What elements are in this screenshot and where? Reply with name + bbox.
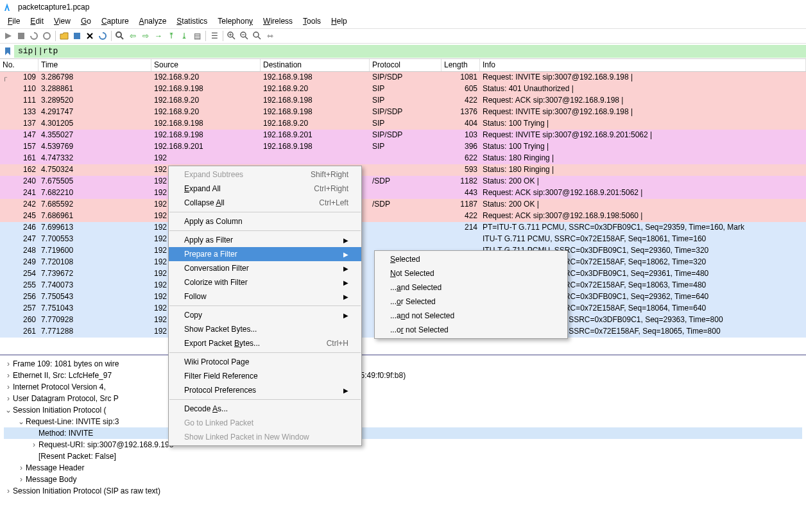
menu-analyze[interactable]: Analyze (134, 15, 172, 27)
menu-show-packet-bytes[interactable]: Show Packet Bytes... (169, 322, 361, 336)
table-row[interactable]: 2477.700553192ITU-T G.711 PCMU, SSRC=0x7… (0, 234, 806, 245)
table-row[interactable]: 2417.682210192443Request: ACK sip:3007@1… (0, 187, 806, 199)
menu-wiki-protocol[interactable]: Wiki Protocol Page (169, 355, 361, 369)
toolbar-open-icon[interactable] (58, 30, 70, 42)
menu-copy[interactable]: Copy▶ (169, 308, 361, 322)
menu-follow[interactable]: Follow▶ (169, 289, 361, 304)
table-row[interactable]: 2467.699613192214PT=ITU-T G.711 PCMU, SS… (0, 222, 806, 234)
submenu-not-selected[interactable]: Not Selected (375, 266, 567, 280)
detail-request-uri[interactable]: ›Request-URI: sip:3007@192.168.9.198 (4, 439, 802, 450)
expand-icon[interactable]: › (17, 462, 26, 474)
expand-icon[interactable]: › (4, 381, 13, 393)
menu-help[interactable]: Help (326, 15, 352, 27)
toolbar-jump-icon[interactable]: → (153, 30, 164, 42)
detail-frame[interactable]: ›Frame 109: 1081 bytes on wireits) (4, 358, 802, 370)
toolbar-prev-icon[interactable]: ⇦ (127, 30, 139, 42)
collapse-icon[interactable]: ⌄ (4, 404, 13, 416)
submenu-or-selected[interactable]: ...or Selected (375, 295, 567, 309)
menu-expand-subtrees[interactable]: Expand SubtreesShift+Right (169, 167, 361, 182)
menu-colorize-with-filter[interactable]: Colorize with Filter▶ (169, 275, 361, 289)
submenu-selected[interactable]: Selected (375, 252, 567, 266)
detail-message-header[interactable]: ›Message Header (4, 462, 802, 474)
toolbar-options-icon[interactable] (41, 30, 53, 42)
menu-filter-field-ref[interactable]: Filter Field Reference (169, 369, 361, 383)
submenu-and-selected[interactable]: ...and Selected (375, 280, 567, 295)
table-row[interactable]: 1474.355027192.168.9.198192.168.9.201SIP… (0, 130, 806, 141)
table-row[interactable]: 1113.289520192.168.9.20192.168.9.198SIP4… (0, 95, 806, 107)
prepare-filter-submenu[interactable]: Selected Not Selected ...and Selected ..… (374, 250, 568, 339)
column-protocol[interactable]: Protocol (370, 59, 442, 71)
table-row[interactable]: 1614.747332192622Status: 180 Ringing | (0, 153, 806, 164)
detail-request-line[interactable]: ⌄Request-Line: INVITE sip:3 (4, 416, 802, 427)
toolbar-zoomout-icon[interactable] (239, 30, 250, 42)
toolbar-first-icon[interactable]: ⤒ (166, 30, 177, 42)
column-no[interactable]: No. (0, 59, 39, 71)
toolbar-zoomin-icon[interactable] (226, 30, 237, 42)
toolbar-next-icon[interactable]: ⇨ (140, 30, 151, 42)
toolbar-zoom100-icon[interactable] (252, 30, 263, 42)
bookmark-icon[interactable] (1, 45, 14, 58)
toolbar-resize-icon[interactable]: ⇿ (264, 30, 276, 42)
table-row[interactable]: 1574.539769192.168.9.201192.168.9.198SIP… (0, 141, 806, 153)
menu-file[interactable]: File (3, 15, 25, 27)
expand-icon[interactable]: › (4, 370, 13, 381)
toolbar-stop-icon[interactable] (15, 30, 27, 42)
toolbar-last-icon[interactable]: ⤓ (178, 30, 190, 42)
expand-icon[interactable]: › (17, 474, 26, 485)
menu-expand-all[interactable]: Expand AllCtrl+Right (169, 182, 361, 196)
toolbar-close-icon[interactable] (84, 30, 96, 42)
toolbar-find-icon[interactable] (114, 30, 126, 42)
toolbar-save-icon[interactable] (71, 30, 83, 42)
detail-ip[interactable]: ›Internet Protocol Version 4, (4, 381, 802, 393)
detail-sip[interactable]: ⌄Session Initiation Protocol ( (4, 404, 802, 416)
expand-icon[interactable]: › (4, 358, 13, 370)
submenu-or-not-selected[interactable]: ...or not Selected (375, 323, 567, 337)
menu-show-linked[interactable]: Show Linked Packet in New Window (169, 430, 361, 444)
menu-go[interactable]: Go (76, 15, 96, 27)
menu-protocol-prefs[interactable]: Protocol Preferences▶ (169, 383, 361, 397)
toolbar-start-icon[interactable] (3, 30, 14, 42)
toolbar-reload-icon[interactable] (97, 30, 108, 42)
toolbar-autoscroll-icon[interactable]: ▤ (191, 30, 203, 42)
toolbar-restart-icon[interactable] (28, 30, 40, 42)
table-row[interactable]: 1103.288861192.168.9.198192.168.9.20SIP6… (0, 83, 806, 95)
display-filter-input[interactable] (14, 45, 806, 58)
menu-view[interactable]: View (49, 15, 76, 27)
table-row[interactable]: 1374.301205192.168.9.198192.168.9.20SIP4… (0, 118, 806, 130)
column-source[interactable]: Source (151, 59, 261, 71)
table-row[interactable]: 2427.685592192/SDP1187Status: 200 OK | (0, 199, 806, 210)
detail-sip-raw[interactable]: ›Session Initiation Protocol (SIP as raw… (4, 485, 802, 497)
table-row[interactable]: 2407.675505192/SDP1182Status: 200 OK | (0, 176, 806, 187)
column-info[interactable]: Info (480, 59, 806, 71)
detail-message-body[interactable]: ›Message Body (4, 474, 802, 485)
menu-prepare-filter[interactable]: Prepare a Filter▶ (169, 247, 361, 261)
menu-statistics[interactable]: Statistics (171, 15, 212, 27)
detail-udp[interactable]: ›User Datagram Protocol, Src P (4, 393, 802, 404)
table-row[interactable]: 1334.291747192.168.9.20192.168.9.198SIP/… (0, 107, 806, 118)
detail-method[interactable]: Method: INVITE (4, 427, 802, 439)
submenu-and-not-selected[interactable]: ...and not Selected (375, 309, 567, 323)
menu-wireless[interactable]: Wireless (258, 15, 298, 27)
column-length[interactable]: Length (442, 59, 480, 71)
menu-export-packet-bytes[interactable]: Export Packet Bytes...Ctrl+H (169, 336, 361, 350)
expand-icon[interactable]: › (4, 393, 13, 404)
table-row[interactable]: 1624.750324192593Status: 180 Ringing | (0, 164, 806, 176)
menu-conversation-filter[interactable]: Conversation Filter▶ (169, 261, 361, 275)
menu-apply-as-column[interactable]: Apply as Column (169, 214, 361, 228)
toolbar-colorize-icon[interactable]: ☰ (209, 30, 220, 42)
table-row[interactable]: 2457.686961192422Request: ACK sip:3007@1… (0, 210, 806, 222)
table-row[interactable]: ┌1093.286798192.168.9.20192.168.9.198SIP… (0, 72, 806, 83)
menu-collapse-all[interactable]: Collapse AllCtrl+Left (169, 196, 361, 210)
menu-edit[interactable]: Edit (25, 15, 49, 27)
menu-apply-as-filter[interactable]: Apply as Filter▶ (169, 233, 361, 247)
detail-resent[interactable]: [Resent Packet: False] (4, 450, 802, 462)
menu-tools[interactable]: Tools (298, 15, 326, 27)
detail-ethernet[interactable]: ›Ethernet II, Src: LcfcHefe_97f0:9f:b8 (… (4, 370, 802, 381)
menu-capture[interactable]: Capture (96, 15, 134, 27)
collapse-icon[interactable]: ⌄ (17, 416, 26, 427)
packet-details[interactable]: ›Frame 109: 1081 bytes on wireits) ›Ethe… (0, 354, 806, 515)
menu-decode-as[interactable]: Decode As... (169, 402, 361, 416)
column-time[interactable]: Time (39, 59, 151, 71)
column-destination[interactable]: Destination (261, 59, 370, 71)
context-menu[interactable]: Expand SubtreesShift+Right Expand AllCtr… (168, 166, 362, 446)
